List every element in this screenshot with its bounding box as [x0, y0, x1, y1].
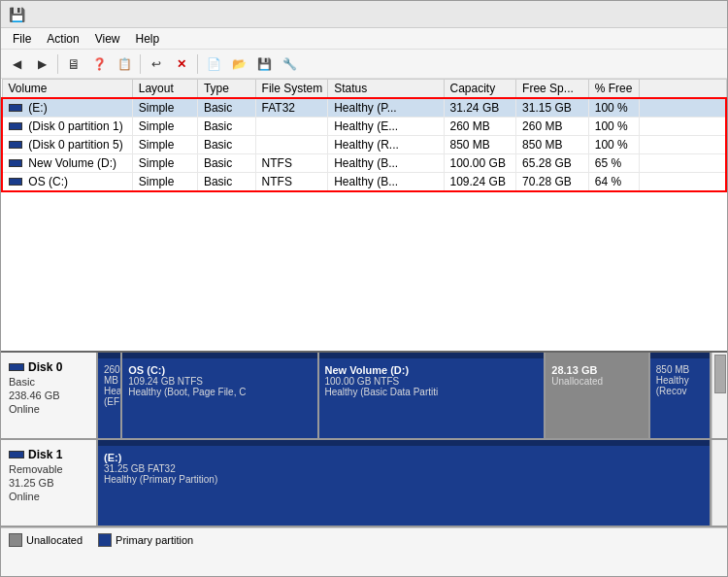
disk-info-0: Disk 0 Basic 238.46 GB Online — [1, 353, 98, 438]
partition-size: 109.24 GB NTFS — [128, 376, 311, 387]
new-button[interactable]: 📄 — [202, 52, 225, 76]
cell-status: Healthy (B... — [328, 154, 444, 173]
cell-volume: OS (C:) — [2, 173, 132, 192]
cell-type: Basic — [197, 136, 255, 154]
cell-freespace: 260 MB — [516, 118, 589, 136]
maximize-button[interactable] — [667, 6, 692, 23]
cell-pctfree: 100 % — [588, 118, 639, 136]
disk-name-0: Disk 0 — [9, 360, 88, 374]
disk-name-1: Disk 1 — [9, 448, 88, 461]
toolbar: ◀ ▶ 🖥 ❓ 📋 ↩ ✕ 📄 📂 💾 🔧 — [1, 50, 727, 79]
cell-layout: Simple — [132, 173, 197, 192]
cell-extra — [639, 98, 726, 118]
cell-filesystem: NTFS — [255, 154, 328, 173]
save-button[interactable]: 💾 — [252, 52, 276, 76]
partition-size: 31.25 GB FAT32 — [104, 463, 704, 474]
cell-extra — [639, 173, 726, 192]
col-layout: Layout — [132, 80, 197, 99]
forward-button[interactable]: ▶ — [30, 52, 53, 76]
cell-status: Healthy (B... — [328, 173, 444, 192]
partition-0-4[interactable]: 850 MB Healthy (Recov — [650, 353, 711, 438]
toolbar-separator-3 — [197, 54, 198, 74]
disk-row-0: Disk 0 Basic 238.46 GB Online 260 MB Hea… — [1, 353, 727, 440]
partition-details: Healthy (Primary Partition) — [104, 474, 704, 485]
toolbar-separator-2 — [140, 54, 141, 74]
delete-button[interactable]: ✕ — [170, 52, 193, 76]
partition-label: 28.13 GB — [551, 364, 642, 376]
col-extra — [639, 80, 726, 99]
cell-filesystem — [255, 118, 328, 136]
col-type: Type — [197, 80, 255, 99]
volume-table: Volume Layout Type File System Status Ca… — [1, 79, 727, 192]
partition-0-3[interactable]: 28.13 GB Unallocated — [546, 353, 649, 438]
scroll-0[interactable] — [711, 353, 727, 438]
cell-freespace: 65.28 GB — [516, 154, 589, 173]
cell-extra — [639, 136, 726, 154]
open-button[interactable]: 📂 — [227, 52, 250, 76]
partition-details: Healthy (Boot, Page File, C — [128, 387, 311, 397]
undo-button[interactable]: ↩ — [145, 52, 168, 76]
cell-type: Basic — [197, 98, 255, 118]
disk-status-1: Online — [9, 491, 88, 502]
back-button[interactable]: ◀ — [5, 52, 28, 76]
table-row[interactable]: (Disk 0 partition 5) Simple Basic Health… — [2, 136, 726, 154]
table-row[interactable]: OS (C:) Simple Basic NTFS Healthy (B... … — [2, 173, 726, 192]
volume-table-area[interactable]: Volume Layout Type File System Status Ca… — [1, 79, 727, 353]
partition-details: Healthy (EF — [104, 386, 115, 407]
legend-primary-label: Primary partition — [116, 534, 193, 546]
cell-capacity: 100.00 GB — [444, 154, 516, 173]
partition-0-1[interactable]: OS (C:) 109.24 GB NTFS Healthy (Boot, Pa… — [122, 353, 318, 438]
partition-header-bar — [98, 353, 120, 358]
partition-label: (E:) — [104, 452, 704, 463]
table-row[interactable]: (Disk 0 partition 1) Simple Basic Health… — [2, 118, 726, 136]
menu-file[interactable]: File — [5, 30, 39, 48]
cell-capacity: 31.24 GB — [444, 98, 516, 118]
scroll-1[interactable] — [711, 440, 727, 526]
disk-type-0: Basic — [9, 376, 88, 388]
window-icon: 💾 — [9, 7, 24, 22]
partition-0-2[interactable]: New Volume (D:) 100.00 GB NTFS Healthy (… — [319, 353, 546, 438]
table-row[interactable]: New Volume (D:) Simple Basic NTFS Health… — [2, 154, 726, 173]
cell-layout: Simple — [132, 136, 197, 154]
cell-status: Healthy (E... — [328, 118, 444, 136]
properties-button[interactable]: 📋 — [113, 52, 136, 76]
partition-size: 850 MB — [656, 364, 704, 375]
cell-volume: (Disk 0 partition 1) — [2, 118, 132, 136]
disk-partitions-1: (E:) 31.25 GB FAT32 Healthy (Primary Par… — [98, 440, 711, 526]
partition-1-0[interactable]: (E:) 31.25 GB FAT32 Healthy (Primary Par… — [98, 440, 711, 526]
partition-size: 100.00 GB NTFS — [325, 376, 539, 387]
cell-pctfree: 100 % — [588, 136, 639, 154]
menu-view[interactable]: View — [87, 30, 128, 48]
close-button[interactable] — [694, 6, 719, 23]
cell-status: Healthy (P... — [328, 98, 444, 118]
col-filesystem: File System — [255, 80, 328, 99]
col-volume: Volume — [2, 80, 132, 99]
cell-extra — [639, 154, 726, 173]
partition-size: 260 MB — [104, 364, 115, 386]
col-capacity: Capacity — [444, 80, 516, 99]
tools-button[interactable]: 🔧 — [278, 52, 301, 76]
cell-type: Basic — [197, 173, 255, 192]
scroll-thumb[interactable] — [714, 355, 726, 393]
cell-type: Basic — [197, 154, 255, 173]
help-button[interactable]: ❓ — [87, 52, 111, 76]
table-header-row: Volume Layout Type File System Status Ca… — [2, 80, 726, 99]
legend-unallocated-box — [9, 533, 22, 547]
disk-status-0: Online — [9, 403, 88, 415]
table-row[interactable]: (E:) Simple Basic FAT32 Healthy (P... 31… — [2, 98, 726, 118]
minimize-button[interactable] — [640, 6, 665, 23]
title-bar: 💾 — [1, 1, 727, 28]
partition-label: New Volume (D:) — [325, 364, 539, 376]
disk-partitions-0: 260 MB Healthy (EF OS (C:) 109.24 GB NTF… — [98, 353, 711, 438]
partition-header-bar — [319, 353, 545, 358]
menu-help[interactable]: Help — [128, 30, 168, 48]
partition-0-0[interactable]: 260 MB Healthy (EF — [98, 353, 122, 438]
cell-capacity: 109.24 GB — [444, 173, 516, 192]
cell-pctfree: 64 % — [588, 173, 639, 192]
computer-button[interactable]: 🖥 — [62, 52, 85, 76]
partition-header-bar — [98, 440, 710, 446]
menu-action[interactable]: Action — [39, 30, 86, 48]
cell-type: Basic — [197, 118, 255, 136]
partition-details: Healthy (Recov — [656, 375, 704, 396]
disk-row-1: Disk 1 Removable 31.25 GB Online (E:) 31… — [1, 440, 727, 527]
